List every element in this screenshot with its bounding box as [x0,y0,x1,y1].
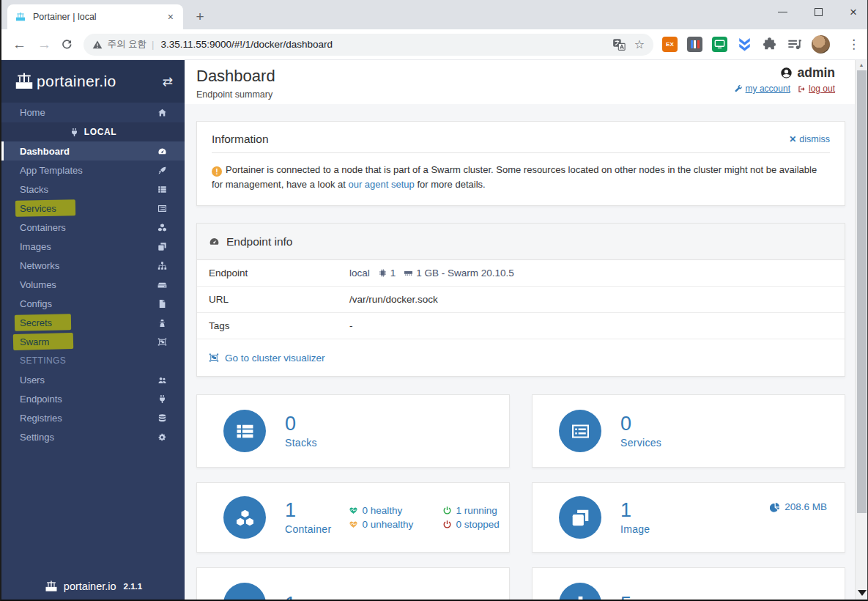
extension-ex-icon[interactable]: EX [662,37,678,52]
sidebar-item-endpoints[interactable]: Endpoints [1,389,185,408]
services-count: 0 [620,413,661,434]
sidebar-item-images[interactable]: Images [1,237,185,256]
sidebar-item-home[interactable]: Home [1,103,185,122]
extension-screen-icon[interactable] [712,37,727,52]
sidebar-item-registries[interactable]: Registries [1,408,185,427]
extensions-puzzle-icon[interactable] [762,37,777,52]
stats-row-3: 1 5 [196,567,867,601]
sidebar-item-services[interactable]: Services [1,199,185,218]
my-account-link[interactable]: my account [735,84,790,94]
app-root: portainer.io ⇄ Home LOCAL Dashboard App … [1,60,867,601]
information-message: !Portainer is connected to a node that i… [212,163,830,192]
scrollbar-thumb[interactable] [857,70,867,513]
dismiss-label: dismiss [799,134,830,144]
power-icon [442,506,452,515]
sidebar-item-stacks[interactable]: Stacks [1,180,185,199]
sitemap-icon [571,594,590,601]
object-group-icon [209,353,219,363]
sidebar-item-configs[interactable]: Configs [1,294,185,313]
item-label: Secrets [20,317,157,328]
scrollbar[interactable]: ▲ [855,60,867,601]
tab-strip: Portainer | local × + × [1,0,867,29]
translate-icon[interactable] [612,38,626,51]
extension-chevrons-icon[interactable] [737,37,752,52]
maximize-button[interactable] [815,8,823,16]
user-box: admin my account log out [735,65,835,94]
log-out-link[interactable]: log out [798,84,835,94]
stacks-list-icon [157,185,167,194]
object-group-icon [157,337,167,347]
new-tab-button[interactable]: + [190,7,209,26]
message-text: for more details. [417,179,485,190]
reload-icon[interactable] [61,38,73,51]
main-content: Dashboard Endpoint summary admin my acco… [185,60,867,601]
sidebar-item-secrets[interactable]: Secrets [1,313,185,332]
home-icon [157,108,167,117]
row-label: Endpoint [197,268,349,279]
services-list-alt-icon [157,204,167,213]
footer-logo-text: portainer.io [64,580,116,592]
endpoint-switcher[interactable]: LOCAL [1,122,185,141]
browser-menu-icon[interactable]: ⋮ [847,37,860,52]
sidebar-item-volumes[interactable]: Volumes [1,275,185,294]
settings-section-header: SETTINGS [1,351,185,370]
extension-stripes-icon[interactable] [687,37,702,52]
endpoint-info-panel: Endpoint info Endpoint local 1 1 GB - Sw… [196,223,845,377]
stacks-label: Stacks [285,437,317,449]
logo-text: portainer.io [37,73,163,90]
scrollbar-up-icon[interactable]: ▲ [856,62,867,67]
sidebar-collapse-icon[interactable]: ⇄ [163,74,173,89]
sidebar-item-networks[interactable]: Networks [1,256,185,275]
cluster-visualizer-link[interactable]: Go to cluster visualizer [197,339,845,376]
sidebar-item-containers[interactable]: Containers [1,218,185,237]
container-card[interactable]: 1Container 0 healthy 1 running 0 unhealt… [196,482,510,553]
tab-close-icon[interactable]: × [166,11,176,23]
minimize-button[interactable] [778,12,787,12]
dismiss-link[interactable]: ✕dismiss [789,134,830,144]
forward-icon[interactable]: → [37,37,51,53]
url-text[interactable]: 3.35.11.55:9000/#!/1/docker/dashboard [160,39,603,50]
security-status-text[interactable]: 주의 요함 [108,38,146,51]
sidebar-item-app-templates[interactable]: App Templates [1,161,185,180]
sidebar-footer: portainer.io 2.1.1 [1,579,185,594]
home-label: Home [20,107,157,118]
sidebar-item-settings[interactable]: Settings [1,427,185,446]
sitemap-icon [157,261,167,270]
item-label: Configs [20,298,157,309]
sidebar-item-dashboard[interactable]: Dashboard [1,141,185,161]
hdd-icon [157,280,167,290]
scrollbar-down-icon[interactable] [858,590,867,596]
profile-avatar[interactable] [812,35,830,54]
address-bar[interactable]: 주의 요함 | 3.35.11.55:9000/#!/1/docker/dash… [84,34,653,56]
container-label: Container [285,523,331,535]
item-label: Settings [20,432,157,443]
sidebar-logo[interactable]: portainer.io ⇄ [1,60,185,103]
close-button[interactable]: × [850,6,857,18]
item-label: Volumes [20,279,157,290]
stacks-list-icon [235,421,255,441]
image-size-value: 208.6 MB [784,501,827,512]
item-label: Networks [20,260,157,271]
stacks-circle [223,410,266,452]
user-circle-icon [780,67,793,79]
network-card[interactable]: 5 [532,567,845,601]
agent-setup-link[interactable]: our agent setup [348,179,414,190]
sidebar-item-users[interactable]: Users [1,370,185,389]
image-card[interactable]: 1Image 208.6 MB [532,482,845,553]
volume-circle [223,583,266,601]
pie-chart-icon [770,502,780,512]
sidebar-item-swarm[interactable]: Swarm [1,332,185,351]
services-card[interactable]: 0Services [532,394,845,468]
bookmark-star-icon[interactable]: ☆ [634,37,645,51]
back-icon[interactable]: ← [12,37,26,53]
volume-card[interactable]: 1 [196,567,510,601]
username: admin [797,65,835,81]
browser-tab[interactable]: Portainer | local × [7,4,183,29]
not-secure-warning-icon[interactable] [92,40,103,50]
playlist-icon[interactable] [787,37,802,52]
image-size: 208.6 MB [770,501,827,512]
image-circle [559,496,601,539]
table-row: Tags - [197,313,845,339]
window-controls: × [778,0,857,23]
stacks-card[interactable]: 0Stacks [196,394,510,468]
